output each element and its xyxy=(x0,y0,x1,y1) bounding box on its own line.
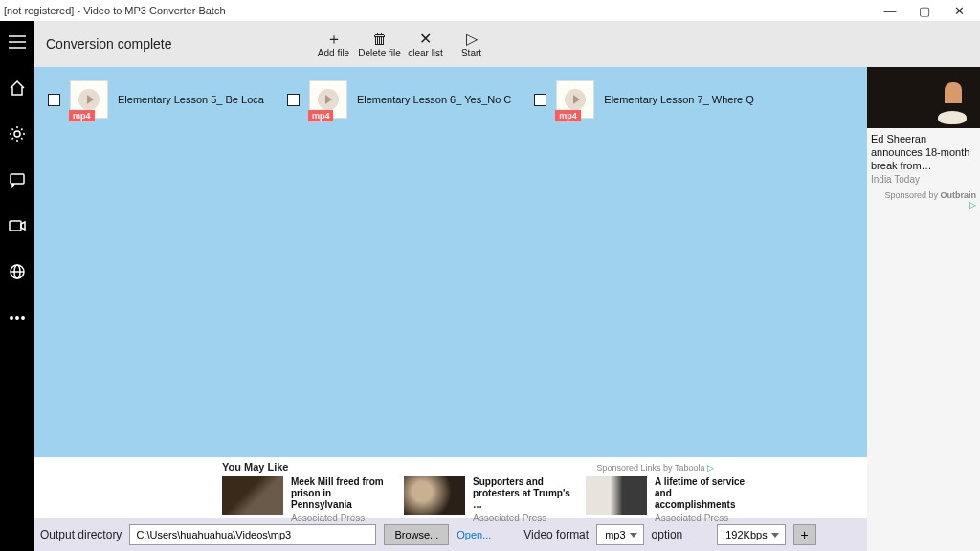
ad-sponsored: Sponsored by Outbrain▷ xyxy=(867,187,980,213)
add-file-button[interactable]: ＋ Add file xyxy=(311,31,357,58)
ad-title: Supporters and protesters at Trump's … xyxy=(473,476,570,511)
ad-card[interactable]: Meek Mill freed from prison in Pennsylva… xyxy=(222,476,389,524)
home-icon[interactable] xyxy=(0,75,34,101)
ad-source: Associated Press xyxy=(473,513,570,524)
file-name: Elementary Lesson 7_ Where Q xyxy=(604,94,754,105)
ad-title: A lifetime of service and accomplishment… xyxy=(655,476,752,511)
delete-file-button[interactable]: 🗑 Delete file xyxy=(357,31,403,58)
clear-list-button[interactable]: ✕ clear list xyxy=(403,31,449,58)
file-name: Elementary Lesson 6_ Yes_No C xyxy=(357,94,511,105)
format-badge: mp4 xyxy=(308,110,334,121)
ad-title: Meek Mill freed from prison in Pennsylva… xyxy=(291,476,389,511)
file-item[interactable]: mp4 Elementary Lesson 6_ Yes_No C xyxy=(287,80,511,119)
svg-point-3 xyxy=(14,131,20,137)
video-icon[interactable] xyxy=(0,212,34,239)
play-circle-icon xyxy=(318,89,339,110)
x-icon: ✕ xyxy=(419,31,432,48)
file-thumbnail: mp4 xyxy=(70,80,108,119)
ad-thumbnail xyxy=(586,476,647,515)
ad-card[interactable]: Supporters and protesters at Trump's … A… xyxy=(404,476,570,524)
ad-source: India Today xyxy=(867,172,980,187)
svg-rect-5 xyxy=(10,221,21,231)
video-format-label: Video format xyxy=(523,528,589,541)
play-circle-icon xyxy=(565,89,586,110)
file-checkbox[interactable] xyxy=(48,94,60,106)
file-thumbnail: mp4 xyxy=(309,80,347,119)
ad-source: Associated Press xyxy=(291,513,389,524)
format-badge: mp4 xyxy=(555,110,581,121)
globe-icon[interactable] xyxy=(0,258,34,285)
format-badge: mp4 xyxy=(69,110,95,121)
add-option-button[interactable]: + xyxy=(793,524,816,545)
file-checkbox[interactable] xyxy=(287,94,300,106)
gear-icon[interactable] xyxy=(0,121,34,147)
file-item[interactable]: mp4 Elementary Lesson 7_ Where Q xyxy=(534,80,754,119)
close-button[interactable]: ✕ xyxy=(942,4,976,18)
ad-thumbnail xyxy=(404,476,465,515)
file-list: mp4 Elementary Lesson 5_ Be Loca mp4 Ele… xyxy=(34,67,867,457)
ad-headline[interactable]: Ed Sheeran announces 18-month break from… xyxy=(867,128,980,172)
svg-point-11 xyxy=(22,317,24,319)
ads-row: You May Like Sponsored Links by Taboola … xyxy=(34,457,867,518)
plus-icon: ＋ xyxy=(326,31,342,48)
more-icon[interactable] xyxy=(0,304,34,331)
file-name: Elementary Lesson 5_ Be Loca xyxy=(118,94,264,105)
maximize-button[interactable]: ▢ xyxy=(907,4,942,18)
sponsored-links-label: Sponsored Links by Taboola ▷ xyxy=(597,463,714,473)
svg-point-10 xyxy=(16,317,18,319)
start-button[interactable]: ▷ Start xyxy=(449,31,495,58)
trash-icon: 🗑 xyxy=(372,31,388,48)
play-circle-icon xyxy=(78,89,100,110)
open-link[interactable]: Open... xyxy=(457,529,491,540)
you-may-like-label: You May Like xyxy=(222,461,288,473)
window-title: [not registered] - Video to MP3 Converte… xyxy=(4,5,873,16)
file-item[interactable]: mp4 Elementary Lesson 5_ Be Loca xyxy=(48,80,264,119)
toolbar: Conversion complete ＋ Add file 🗑 Delete … xyxy=(34,21,980,67)
sidebar xyxy=(0,21,34,551)
browse-button[interactable]: Browse... xyxy=(384,524,449,545)
svg-point-9 xyxy=(11,317,12,319)
right-ad-panel: Ed Sheeran announces 18-month break from… xyxy=(867,67,980,551)
play-icon: ▷ xyxy=(466,31,478,48)
output-directory-label: Output directory xyxy=(40,528,122,541)
file-thumbnail: mp4 xyxy=(556,80,594,119)
ad-image[interactable] xyxy=(867,67,980,128)
ad-card[interactable]: A lifetime of service and accomplishment… xyxy=(586,476,752,524)
ad-thumbnail xyxy=(222,476,283,515)
svg-rect-4 xyxy=(11,174,24,184)
option-label: option xyxy=(652,528,683,541)
file-checkbox[interactable] xyxy=(534,94,546,106)
feedback-icon[interactable] xyxy=(0,166,34,193)
ad-source: Associated Press xyxy=(655,513,752,524)
titlebar: [not registered] - Video to MP3 Converte… xyxy=(0,0,980,21)
output-path-input[interactable] xyxy=(129,524,376,545)
menu-icon[interactable] xyxy=(0,29,34,55)
minimize-button[interactable]: — xyxy=(873,4,907,18)
format-select[interactable]: mp3 xyxy=(596,524,643,545)
status-text: Conversion complete xyxy=(46,36,172,52)
bitrate-select[interactable]: 192Kbps xyxy=(717,524,785,545)
